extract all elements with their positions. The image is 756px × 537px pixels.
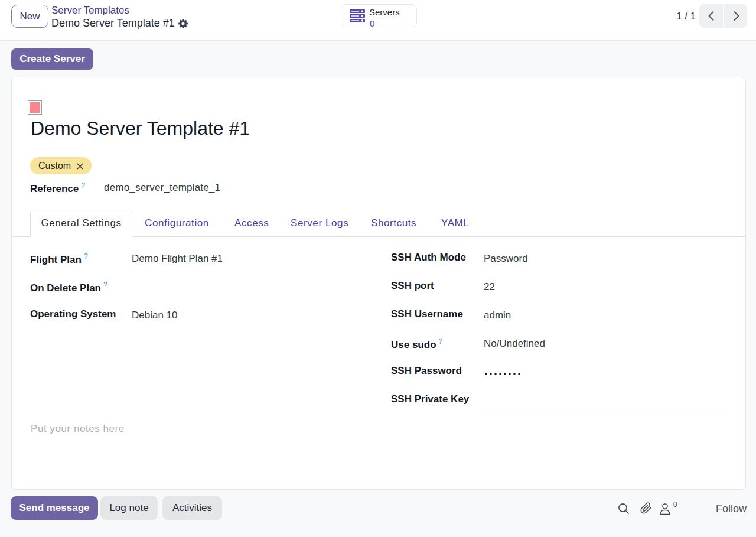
svg-text:0: 0 <box>673 502 677 509</box>
